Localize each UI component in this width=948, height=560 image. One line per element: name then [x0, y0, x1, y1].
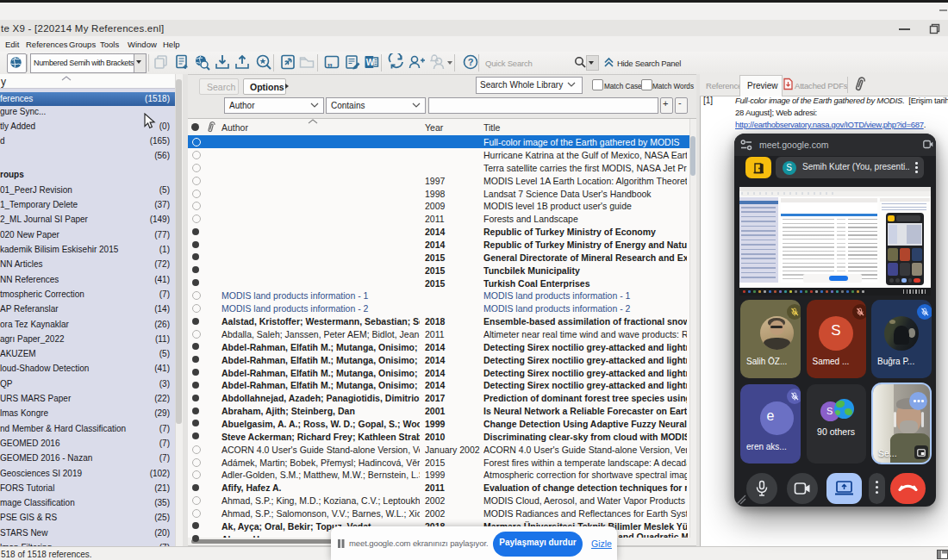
svg-text:?: ?: [468, 57, 474, 67]
svg-text:W: W: [366, 58, 375, 67]
svg-text:„: „: [327, 55, 334, 68]
